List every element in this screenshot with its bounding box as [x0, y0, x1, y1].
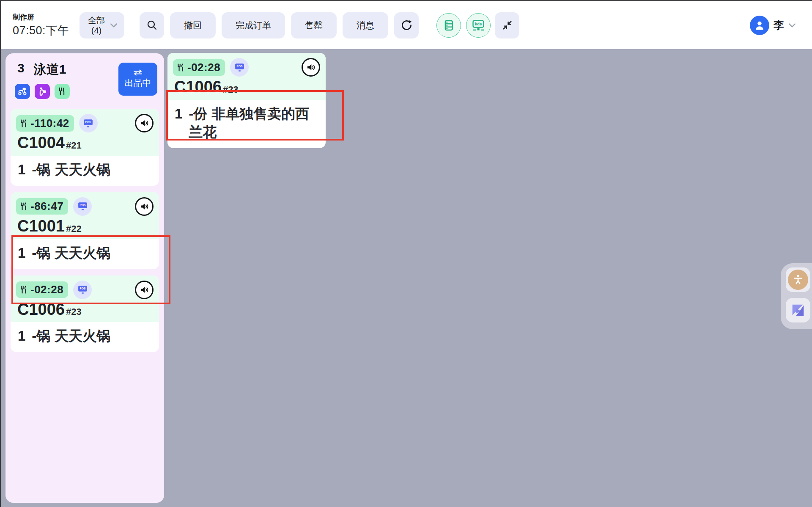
search-button[interactable]: [140, 12, 164, 39]
order-card-c1006[interactable]: -02:28 POS C: [11, 276, 159, 353]
utensils-icon: [19, 119, 28, 128]
order-timer: -110:42: [30, 117, 69, 130]
order-timer-badge: -86:47: [16, 198, 68, 215]
user-icon: [754, 19, 765, 31]
order-seq: #23: [66, 306, 82, 317]
announce-order-button[interactable]: [135, 197, 154, 216]
order-card-head: -02:28 POS C: [11, 276, 159, 322]
speaker-icon: [139, 201, 149, 212]
item-qty: 1: [18, 327, 25, 345]
pos-source-icon: POS: [79, 114, 98, 132]
announce-order-button[interactable]: [302, 58, 320, 77]
pos-label: POS: [236, 65, 242, 68]
item-name-text: -锅天天火锅: [32, 327, 153, 345]
avatar: [750, 16, 769, 35]
accessibility-button[interactable]: [786, 267, 810, 292]
delivery-scooter-icon: [15, 84, 30, 99]
pos-label: POS: [85, 121, 91, 124]
order-timer-badge: -110:42: [16, 115, 74, 132]
order-timer: -02:28: [187, 61, 220, 74]
server-rack-icon: [442, 19, 455, 32]
item-name-text: -份非单独售卖的西兰花: [189, 105, 320, 141]
collapse-arrows-icon: [502, 19, 513, 31]
order-card-c1001[interactable]: -86:47 POS C: [11, 192, 159, 269]
order-timer-badge: -02:28: [16, 281, 68, 298]
pos-label: POS: [80, 204, 85, 207]
message-button[interactable]: 消息: [343, 12, 388, 39]
order-item: 1 -份非单独售卖的西兰花: [167, 100, 326, 148]
lane-name: 泳道1: [34, 61, 66, 78]
order-item: 1 -锅天天火锅: [11, 322, 159, 352]
main-order-card-c1006[interactable]: -02:28 POS C1006 #23 1: [167, 53, 326, 148]
item-name-text: -锅天天火锅: [32, 244, 153, 262]
order-item: 1 -锅天天火锅: [11, 156, 159, 186]
chevron-down-icon: [110, 23, 118, 28]
order-card-head: -110:42 POS: [11, 109, 159, 156]
window-left-edge: [0, 0, 1, 507]
kds-monitor-icon: kds: [471, 18, 486, 33]
item-qty: 1: [175, 105, 182, 123]
lane-filter-dropdown[interactable]: 全部 (4): [80, 12, 124, 39]
page-title: 制作屏: [13, 12, 79, 22]
order-seq: #22: [66, 223, 82, 234]
item-name-text: -锅天天火锅: [32, 161, 153, 179]
expo-screen-button[interactable]: [436, 13, 461, 38]
announce-order-button[interactable]: [135, 114, 154, 132]
order-code: C1004: [17, 135, 65, 152]
item-qty: 1: [18, 244, 25, 262]
item-name: 天天火锅: [55, 245, 110, 261]
recall-button[interactable]: 撤回: [170, 12, 216, 39]
item-unit: -锅: [32, 162, 50, 177]
order-code: C1006: [17, 301, 65, 318]
speaker-icon: [139, 118, 149, 128]
order-seq: #23: [223, 84, 239, 95]
pos-label: POS: [80, 287, 85, 290]
waiter-service-icon: [35, 84, 50, 99]
item-name: 天天火锅: [55, 162, 110, 177]
lane-order-count: 3: [17, 61, 25, 78]
utensils-icon: [176, 63, 185, 72]
swap-arrows-icon: [133, 69, 143, 76]
speaker-icon: [306, 62, 316, 72]
user-menu[interactable]: 李: [750, 16, 796, 35]
title-block: 制作屏 07:50:下午: [13, 12, 79, 38]
order-code: C1001: [17, 218, 65, 235]
item-unit: -锅: [32, 328, 50, 344]
chevron-down-icon: [788, 23, 796, 28]
collapse-fullscreen-button[interactable]: [495, 12, 519, 39]
kds-label: kds: [475, 22, 482, 26]
pos-source-icon: POS: [73, 281, 92, 299]
utensils-icon: [19, 202, 28, 211]
accessibility-circle: [788, 270, 808, 290]
refresh-button[interactable]: [394, 12, 419, 39]
order-timer: -02:28: [30, 283, 63, 296]
kds-screen-button[interactable]: kds: [466, 13, 491, 38]
dine-in-utensils-icon: [55, 84, 70, 99]
search-icon: [146, 19, 158, 31]
announce-order-button[interactable]: [135, 281, 154, 299]
item-qty: 1: [18, 161, 25, 179]
lane-header: 3 泳道1: [11, 61, 159, 102]
pos-source-icon: POS: [230, 58, 249, 77]
lane-filter-line1: 全部: [88, 15, 105, 25]
order-card-head: -86:47 POS C: [11, 192, 159, 239]
complete-order-button[interactable]: 完成订单: [222, 12, 285, 39]
lane-status-button[interactable]: 出品中: [118, 63, 157, 96]
lane-panel: 3 泳道1: [5, 53, 164, 503]
lane-filter-line2: (4): [91, 25, 102, 36]
app-logo-button[interactable]: [786, 298, 810, 322]
speaker-icon: [139, 285, 149, 295]
item-unit: -锅: [32, 245, 50, 261]
order-code: C1006: [174, 79, 222, 96]
floating-tools-panel: [781, 263, 812, 329]
order-seq: #21: [66, 140, 82, 151]
utensils-icon: [19, 285, 28, 294]
window-top-edge: [0, 0, 812, 1]
sold-out-button[interactable]: 售罄: [291, 12, 337, 39]
lane-filter-value: 全部 (4): [88, 15, 105, 36]
order-timer: -86:47: [30, 200, 63, 213]
pos-source-icon: POS: [73, 197, 92, 216]
header-bar: 制作屏 07:50:下午 全部 (4) 撤回 完成订单 售罄 消息: [1, 1, 812, 49]
item-name: 天天火锅: [55, 328, 110, 344]
order-card-c1004[interactable]: -110:42 POS: [11, 109, 159, 186]
